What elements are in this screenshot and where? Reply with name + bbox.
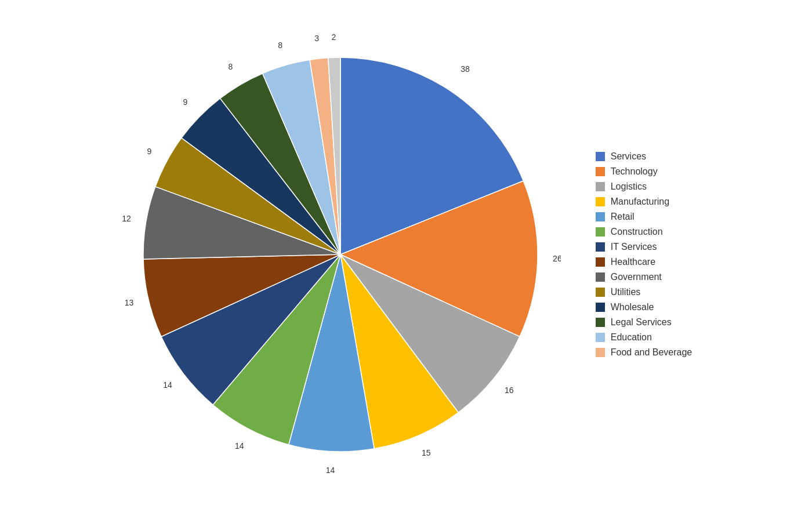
pie-label-other: 2 — [331, 34, 336, 42]
legend-item-utilities: Utilities — [596, 287, 693, 297]
legend-item-technology: Technology — [596, 166, 693, 177]
pie-label-technology: 26 — [553, 254, 561, 263]
legend-color-box — [596, 167, 605, 176]
pie-label-food-and-beverage: 3 — [314, 34, 319, 43]
legend-color-box — [596, 272, 605, 282]
legend-label-text: Technology — [611, 166, 658, 177]
legend-label-text: Construction — [611, 227, 663, 237]
legend-color-box — [596, 242, 605, 252]
legend-label-text: Utilities — [611, 287, 641, 297]
legend-color-box — [596, 333, 605, 342]
chart-container: 382616151414141312998832 ServicesTechnol… — [0, 0, 812, 509]
pie-label-manufacturing: 15 — [422, 448, 431, 457]
pie-chart-svg: 382616151414141312998832 — [120, 34, 561, 475]
legend-color-box — [596, 318, 605, 327]
legend-item-retail: Retail — [596, 212, 693, 222]
legend-item-services: Services — [596, 151, 693, 162]
legend-color-box — [596, 348, 605, 357]
legend-item-wholesale: Wholesale — [596, 302, 693, 312]
legend-label-text: Manufacturing — [611, 197, 669, 207]
legend-item-government: Government — [596, 272, 693, 282]
pie-label-it-services: 14 — [163, 380, 172, 390]
pie-label-government: 12 — [122, 214, 131, 223]
legend-color-box — [596, 303, 605, 312]
legend-label-text: Legal Services — [611, 317, 672, 328]
pie-label-logistics: 16 — [505, 386, 514, 395]
legend-color-box — [596, 197, 605, 206]
legend-item-it-services: IT Services — [596, 242, 693, 252]
legend-item-education: Education — [596, 332, 693, 343]
legend-label-text: Government — [611, 272, 662, 282]
pie-label-education: 8 — [278, 41, 282, 50]
legend-color-box — [596, 182, 605, 191]
pie-label-construction: 14 — [235, 441, 244, 450]
pie-chart-wrapper: 382616151414141312998832 — [120, 34, 561, 475]
pie-label-wholesale: 9 — [183, 97, 187, 107]
legend-item-legal-services: Legal Services — [596, 317, 693, 328]
pie-label-services: 38 — [461, 64, 470, 74]
legend-item-logistics: Logistics — [596, 181, 693, 192]
legend-label-text: Healthcare — [611, 257, 655, 267]
chart-legend: ServicesTechnologyLogisticsManufacturing… — [596, 151, 693, 358]
pie-label-retail: 14 — [325, 466, 335, 475]
legend-item-food-and-beverage: Food and Beverage — [596, 347, 693, 358]
legend-color-box — [596, 152, 605, 161]
legend-label-text: Wholesale — [611, 302, 654, 312]
legend-color-box — [596, 212, 605, 221]
pie-label-legal-services: 8 — [228, 62, 233, 71]
legend-label-text: Services — [611, 151, 646, 162]
legend-item-construction: Construction — [596, 227, 693, 237]
legend-color-box — [596, 227, 605, 237]
legend-item-healthcare: Healthcare — [596, 257, 693, 267]
legend-color-box — [596, 288, 605, 297]
legend-label-text: Education — [611, 332, 652, 343]
legend-label-text: Logistics — [611, 181, 647, 192]
legend-label-text: IT Services — [611, 242, 657, 252]
legend-label-text: Food and Beverage — [611, 347, 693, 358]
legend-item-manufacturing: Manufacturing — [596, 197, 693, 207]
pie-label-utilities: 9 — [147, 147, 151, 156]
legend-label-text: Retail — [611, 212, 635, 222]
pie-label-healthcare: 13 — [124, 298, 133, 307]
legend-color-box — [596, 257, 605, 267]
